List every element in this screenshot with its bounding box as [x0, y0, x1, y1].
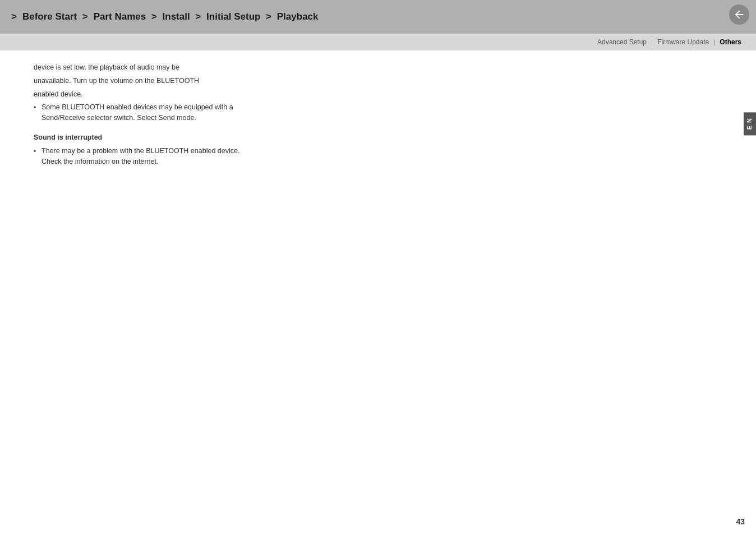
- secondary-nav-advanced-setup[interactable]: Advanced Setup: [594, 38, 650, 46]
- page-number: 43: [736, 517, 745, 526]
- arrow-1: >: [11, 11, 17, 22]
- breadcrumb: > Before Start > Part Names > Install > …: [11, 11, 319, 22]
- nav-item-before-start[interactable]: > Before Start: [11, 11, 77, 22]
- secondary-navigation: Advanced Setup | Firmware Update | Other…: [0, 34, 756, 50]
- bullet-text-1: Some BLUETOOTH enabled devices may be eq…: [42, 102, 247, 124]
- bullet-marker-1: •: [34, 103, 42, 113]
- top-navigation: > Before Start > Part Names > Install > …: [0, 0, 756, 34]
- secondary-nav-others[interactable]: Others: [716, 38, 745, 46]
- nav-item-part-names[interactable]: > Part Names: [77, 11, 146, 22]
- bullet-text-2: There may be a problem with the BLUETOOT…: [42, 146, 247, 168]
- back-icon: [733, 8, 745, 21]
- arrow-3: >: [146, 11, 156, 22]
- bullet-marker-2: •: [34, 146, 42, 157]
- intro-line-1: device is set low, the playback of audio…: [34, 62, 247, 73]
- nav-item-install[interactable]: > Install: [146, 11, 190, 22]
- nav-item-playback[interactable]: > Playback: [260, 11, 318, 22]
- arrow-5: >: [260, 11, 271, 22]
- nav-label-initial-setup: Initial Setup: [206, 11, 260, 22]
- separator-1: |: [651, 38, 653, 46]
- nav-label-install: Install: [163, 11, 190, 22]
- bullet-item-1: • Some BLUETOOTH enabled devices may be …: [34, 102, 247, 124]
- secondary-nav-firmware-update[interactable]: Firmware Update: [654, 38, 712, 46]
- nav-label-playback: Playback: [277, 11, 319, 22]
- main-content: device is set low, the playback of audio…: [0, 50, 756, 182]
- arrow-4: >: [190, 11, 201, 22]
- back-button[interactable]: [729, 4, 749, 25]
- section-heading-sound-interrupted: Sound is interrupted: [34, 132, 247, 143]
- intro-line-3: enabled device.: [34, 89, 247, 100]
- arrow-2: >: [77, 11, 87, 22]
- separator-2: |: [713, 38, 715, 46]
- nav-label-part-names: Part Names: [94, 11, 146, 22]
- intro-line-2: unavailable. Turn up the volume on the B…: [34, 75, 247, 86]
- bullet-item-2: • There may be a problem with the BLUETO…: [34, 146, 247, 168]
- content-area: device is set low, the playback of audio…: [34, 62, 247, 168]
- nav-label-before-start: Before Start: [22, 11, 77, 22]
- nav-item-initial-setup[interactable]: > Initial Setup: [190, 11, 261, 22]
